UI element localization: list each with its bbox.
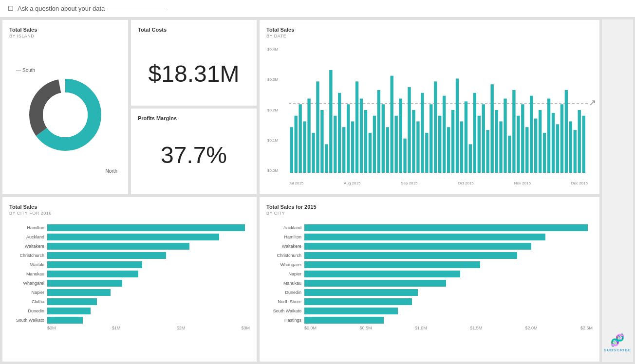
bar-row-napier: Napier [9, 289, 245, 296]
svg-rect-26 [386, 127, 389, 173]
y-label-1: $0.3M [267, 77, 278, 82]
svg-rect-7 [303, 121, 306, 173]
subscribe-section: 🧬 SUBSCRIBE [604, 333, 631, 352]
svg-rect-19 [355, 81, 358, 173]
search-underline [109, 9, 167, 9]
svg-rect-6 [299, 104, 301, 173]
svg-rect-55 [512, 90, 515, 173]
right-sidebar: ↗ 🧬 SUBSCRIBE [602, 19, 633, 362]
svg-rect-31 [408, 87, 411, 173]
svg-rect-48 [482, 104, 485, 173]
city-2015-x-axis: $0.0M$0.5M$1.0M$1.5M$2.0M$2.5M [266, 326, 593, 330]
x-label-dec: Dec 2015 [571, 181, 588, 185]
svg-rect-46 [473, 93, 476, 173]
total-sales-date-title: Total Sales [266, 27, 593, 33]
bar-row-waitakere: Waitakere [9, 243, 245, 250]
total-costs-value: $18.31M [149, 60, 240, 87]
svg-rect-61 [539, 110, 542, 173]
svg-rect-71 [582, 116, 585, 173]
bar2-row-napier: Napier [266, 271, 588, 277]
total-costs-card: Total Costs $18.31M [131, 19, 257, 106]
subscribe-label[interactable]: SUBSCRIBE [604, 348, 631, 352]
svg-rect-37 [434, 81, 437, 173]
total-sales-city-2016-card: Total Sales BY CITY FOR 2016 Hamilton Au… [2, 197, 257, 362]
svg-rect-29 [399, 99, 402, 173]
svg-rect-65 [556, 124, 559, 173]
bar-row-hamilton: Hamilton [9, 224, 245, 231]
profits-margins-value: 37.7% [161, 142, 227, 168]
bar-row-dunedin: Dunedin [9, 308, 245, 314]
x-label-nov: Nov 2015 [514, 181, 531, 185]
bar2-row-southwaikato: South Waikato [266, 308, 588, 314]
bar2-row-waitakere: Waitakere [266, 243, 588, 250]
svg-rect-10 [316, 81, 319, 173]
total-sales-city-2015-card: Total Sales for 2015 BY CITY Auckland Ha… [259, 197, 600, 362]
bar2-row-hastings: Hastings [266, 317, 588, 324]
bar2-row-hamilton: Hamilton [266, 234, 588, 240]
bar2-row-dunedin: Dunedin [266, 289, 588, 296]
svg-rect-64 [552, 113, 555, 173]
svg-rect-23 [373, 116, 376, 173]
svg-rect-41 [451, 110, 454, 173]
svg-rect-58 [525, 127, 528, 173]
svg-rect-38 [438, 116, 441, 173]
north-label: North [106, 168, 117, 174]
svg-rect-56 [517, 116, 520, 173]
svg-rect-42 [456, 79, 459, 173]
south-label: South [22, 68, 35, 73]
x-label-oct: Oct 2015 [458, 181, 473, 185]
svg-rect-14 [334, 116, 336, 173]
top-bar: ☐ Ask a question about your data [0, 0, 635, 18]
svg-rect-18 [351, 121, 354, 173]
city-2015-title: Total Sales for 2015 [266, 204, 593, 210]
city-2016-subtitle: BY CITY FOR 2016 [9, 211, 250, 216]
svg-rect-20 [360, 99, 363, 173]
svg-rect-28 [394, 116, 397, 173]
svg-rect-30 [403, 139, 406, 173]
x-label-sep: Sep 2015 [401, 181, 417, 185]
bar-row-whangarei: Whangarei [9, 280, 245, 287]
y-label-2: $0.2M [267, 108, 278, 112]
svg-rect-13 [329, 70, 332, 173]
svg-rect-24 [377, 90, 380, 173]
svg-rect-67 [565, 90, 568, 173]
svg-rect-43 [460, 121, 463, 173]
svg-rect-53 [504, 99, 506, 173]
total-sales-date-subtitle: BY DATE [266, 34, 593, 38]
svg-rect-21 [364, 110, 367, 173]
svg-rect-8 [307, 99, 310, 173]
bar-row-manukau: Manukau [9, 271, 245, 277]
svg-rect-62 [543, 133, 546, 173]
svg-rect-68 [569, 121, 572, 173]
svg-rect-16 [342, 127, 345, 173]
bar-row-christchurch: Christchurch [9, 252, 245, 259]
svg-rect-51 [495, 110, 498, 173]
svg-rect-11 [320, 110, 323, 173]
subscribe-icon: 🧬 [604, 333, 631, 347]
bar2-row-whangarei: Whangarei [266, 261, 588, 268]
svg-rect-52 [499, 121, 502, 173]
svg-rect-44 [465, 101, 467, 173]
svg-rect-34 [421, 93, 424, 173]
svg-rect-27 [391, 76, 393, 173]
y-label-3: $0.1M [267, 138, 278, 143]
profits-margins-title: Profits Margins [138, 115, 250, 121]
bar2-row-manukau: Manukau [266, 280, 588, 287]
svg-rect-25 [382, 104, 385, 173]
total-costs-title: Total Costs [138, 27, 250, 33]
total-sales-date-card: Total Sales BY DATE $0.4M $0.3M $0.2M $0… [259, 19, 600, 195]
city-2016-title: Total Sales [9, 204, 250, 210]
svg-rect-22 [369, 133, 372, 173]
svg-rect-54 [508, 136, 511, 173]
ask-question-text[interactable]: Ask a question about your data [18, 5, 105, 12]
svg-rect-45 [469, 144, 472, 173]
city-2016-chart: Hamilton Auckland Waitakere Christchurch… [9, 224, 250, 324]
bar-row-southwaikato: South Waikato [9, 317, 245, 324]
svg-rect-4 [290, 127, 293, 173]
svg-rect-32 [412, 110, 415, 173]
svg-rect-70 [578, 110, 581, 173]
svg-rect-17 [347, 104, 350, 173]
svg-rect-33 [416, 121, 419, 173]
donut-chart [26, 76, 104, 154]
svg-rect-66 [560, 104, 563, 173]
